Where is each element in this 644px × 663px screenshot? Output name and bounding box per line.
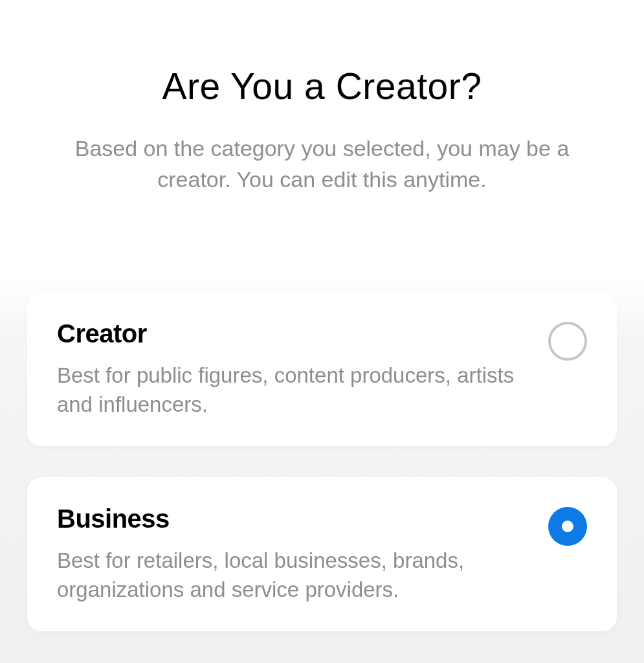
account-type-selection-screen: Are You a Creator? Based on the category… (0, 0, 644, 663)
option-description: Best for retailers, local businesses, br… (57, 546, 522, 604)
option-creator[interactable]: Creator Best for public figures, content… (27, 292, 617, 446)
option-content: Creator Best for public figures, content… (57, 319, 548, 419)
options-list: Creator Best for public figures, content… (0, 279, 644, 663)
option-title: Business (57, 504, 522, 534)
radio-unselected-icon[interactable] (548, 322, 587, 361)
radio-selected-icon[interactable] (548, 507, 587, 546)
option-description: Best for public figures, content produce… (57, 361, 522, 419)
option-business[interactable]: Business Best for retailers, local busin… (27, 477, 617, 631)
option-content: Business Best for retailers, local busin… (57, 504, 548, 604)
page-subtitle: Based on the category you selected, you … (0, 133, 644, 195)
page-title: Are You a Creator? (0, 65, 644, 107)
option-title: Creator (57, 319, 522, 348)
